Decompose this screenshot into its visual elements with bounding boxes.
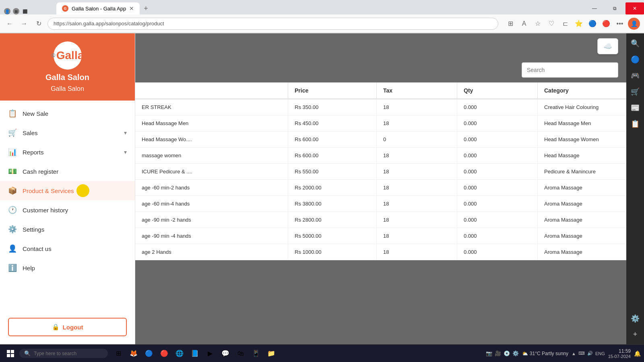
upload-button[interactable]: ☁️ bbox=[597, 38, 618, 54]
language-indicator[interactable]: ENG bbox=[595, 351, 605, 356]
taskview-icon[interactable]: ⊞ bbox=[111, 346, 126, 361]
opera-icon[interactable]: 🔴 bbox=[157, 346, 171, 361]
chrome-icon[interactable]: 🌐 bbox=[172, 346, 187, 361]
notification-icon[interactable]: 🔔 bbox=[634, 350, 641, 357]
logout-button[interactable]: 🔒 Logout bbox=[8, 318, 127, 336]
sidebar-item-customer-history[interactable]: 🕐 Customer history bbox=[0, 200, 135, 220]
tab-close-button[interactable]: ✕ bbox=[129, 5, 134, 12]
cell-price: Rs 5000.00 bbox=[288, 228, 377, 244]
split-screen-icon[interactable]: ⊏ bbox=[559, 18, 571, 29]
video-icon[interactable]: 🎥 bbox=[495, 350, 501, 356]
user-icon[interactable]: 👤 bbox=[4, 8, 10, 14]
svg-rect-3 bbox=[11, 354, 14, 357]
table-row[interactable]: Head Massage Men Rs 450.00 18 0.000 Head… bbox=[135, 115, 626, 132]
firefox-icon[interactable]: 🦊 bbox=[126, 346, 141, 361]
tab-favicon: G bbox=[62, 5, 68, 12]
collections-icon[interactable]: ⭐ bbox=[573, 18, 584, 29]
windows-icon[interactable]: ⬛ bbox=[22, 8, 28, 14]
browser-sidebar-search[interactable]: 🔍 bbox=[628, 37, 642, 50]
table-row[interactable]: age -60 min-4 hands Rs 3800.00 18 0.000 … bbox=[135, 196, 626, 212]
start-button[interactable] bbox=[3, 346, 18, 361]
browser-sidebar-icon4[interactable]: 📰 bbox=[628, 101, 642, 115]
search-input[interactable] bbox=[522, 62, 618, 78]
skype-icon[interactable]: 💬 bbox=[218, 346, 233, 361]
col-header-qty: Qty bbox=[457, 82, 538, 99]
facebook-icon[interactable]: 📘 bbox=[188, 346, 202, 361]
active-indicator-dot bbox=[76, 184, 89, 197]
clock-widget[interactable]: 11:59 15-07-2024 bbox=[608, 348, 631, 359]
cell-category: Aroma Massage bbox=[538, 196, 626, 212]
table-row[interactable]: ICURE Pedicure & .... Rs 550.00 18 0.000… bbox=[135, 164, 626, 180]
sidebar-item-cash-register[interactable]: 💵 Cash register bbox=[0, 162, 135, 181]
taskbar-pinned-icons: ⊞ 🦊 🔵 🔴 🌐 📘 ▶ 💬 🛍 📱 📁 bbox=[111, 346, 279, 361]
sidebar-item-sales[interactable]: 🛒 Sales ▾ bbox=[0, 123, 135, 142]
minimize-button[interactable]: — bbox=[585, 2, 604, 14]
table-row[interactable]: age -90 min -2 hands Rs 2800.00 18 0.000… bbox=[135, 212, 626, 228]
taskbar: 🔍 ⊞ 🦊 🔵 🔴 🌐 📘 ▶ 💬 🛍 📱 📁 📷 🎥 💿 ⚙️ ⛅ 31°C … bbox=[0, 344, 644, 362]
back-button[interactable]: ← bbox=[4, 18, 15, 29]
tray-right: ▲ ⌨ 🔊 ENG bbox=[572, 351, 605, 356]
taskbar-search-input[interactable] bbox=[34, 351, 94, 356]
sidebar-item-product-services[interactable]: 📦 Product & Services bbox=[0, 181, 135, 200]
cell-name: ICURE Pedicure & .... bbox=[135, 164, 288, 179]
browser-sidebar-icon1[interactable]: 🔵 bbox=[628, 53, 642, 66]
cell-name: Head Massage Men bbox=[135, 115, 288, 131]
profile-avatar[interactable]: 👤 bbox=[628, 18, 640, 30]
cell-tax: 18 bbox=[377, 212, 457, 228]
translate-icon[interactable]: A bbox=[518, 18, 530, 29]
table-row[interactable]: age -60 min-2 hands Rs 2000.00 18 0.000 … bbox=[135, 180, 626, 196]
profile-icon[interactable]: 🔵 bbox=[587, 18, 598, 29]
tray-up-arrow[interactable]: ▲ bbox=[572, 351, 576, 356]
sidebar-item-reports[interactable]: 📊 Reports ▾ bbox=[0, 142, 135, 162]
new-tab-button[interactable]: + bbox=[140, 4, 151, 13]
cell-tax: 0 bbox=[377, 132, 457, 147]
cell-price: Rs 550.00 bbox=[288, 164, 377, 179]
files-icon[interactable]: 📁 bbox=[264, 346, 279, 361]
keyboard-icon[interactable]: ⌨ bbox=[578, 351, 585, 356]
settings-tray-icon[interactable]: ⚙️ bbox=[512, 350, 519, 356]
browser-sidebar-settings[interactable]: ⚙️ bbox=[628, 312, 642, 325]
table-row[interactable]: ER STREAK Rs 350.00 18 0.000 Creative Ha… bbox=[135, 99, 626, 115]
favorites-icon[interactable]: ♡ bbox=[546, 18, 557, 29]
media-icon[interactable]: 💿 bbox=[504, 350, 510, 356]
sidebar-header: ① Galla Galla Salon Galla Salon bbox=[0, 33, 135, 101]
settings-icon: ⚙️ bbox=[8, 225, 17, 234]
sidebar-item-new-sale[interactable]: 📋 New Sale bbox=[0, 104, 135, 123]
browser-sidebar-icon3[interactable]: 🛒 bbox=[628, 85, 642, 99]
cell-name: age -90 min -4 hands bbox=[135, 228, 288, 244]
edge-icon[interactable]: 🔵 bbox=[142, 346, 156, 361]
cell-tax: 18 bbox=[377, 99, 457, 115]
close-button[interactable]: ✕ bbox=[625, 2, 644, 14]
cell-price: Rs 600.00 bbox=[288, 148, 377, 163]
grid-icon[interactable]: ⊞ bbox=[505, 18, 516, 29]
sidebar-item-help[interactable]: ℹ️ Help bbox=[0, 258, 135, 278]
cell-price: Rs 3800.00 bbox=[288, 196, 377, 212]
store-icon[interactable]: 🛍 bbox=[233, 346, 248, 361]
youtube-icon[interactable]: ▶ bbox=[203, 346, 217, 361]
forward-button[interactable]: → bbox=[19, 18, 30, 29]
table-row[interactable]: Head Massage Wo.... Rs 600.00 0 0.000 He… bbox=[135, 132, 626, 148]
apps-icon[interactable]: 📱 bbox=[249, 346, 263, 361]
table-row[interactable]: age 2 Hands Rs 1000.00 18 0.000 Aroma Ma… bbox=[135, 244, 626, 260]
maximize-button[interactable]: ⧉ bbox=[605, 2, 624, 14]
more-button[interactable]: ••• bbox=[614, 18, 625, 29]
sidebar-item-settings[interactable]: ⚙️ Settings bbox=[0, 220, 135, 239]
volume-icon[interactable]: 🔊 bbox=[587, 351, 593, 356]
camera-icon[interactable]: 📷 bbox=[486, 350, 492, 356]
table-row[interactable]: age -90 min -4 hands Rs 5000.00 18 0.000… bbox=[135, 228, 626, 244]
active-tab[interactable]: G Galla Salon - Galla App ✕ bbox=[56, 2, 140, 14]
sidebar-item-contact-us[interactable]: 👤 Contact us bbox=[0, 239, 135, 258]
browser-sidebar-plus[interactable]: + bbox=[631, 328, 640, 341]
browser-sidebar-icon2[interactable]: 🎮 bbox=[628, 69, 642, 82]
table-row[interactable]: massage women Rs 600.00 18 0.000 Head Ma… bbox=[135, 148, 626, 164]
logo-text: ① Galla bbox=[51, 49, 84, 62]
weather-widget[interactable]: ⛅ 31°C Partly sunny bbox=[522, 351, 568, 356]
workspaces-icon[interactable]: ⊞ bbox=[13, 8, 19, 14]
extension-icon[interactable]: 🔴 bbox=[601, 18, 612, 29]
svg-rect-2 bbox=[7, 354, 10, 357]
reload-button[interactable]: ↻ bbox=[33, 18, 44, 29]
browser-sidebar-icon5[interactable]: 📋 bbox=[628, 117, 642, 131]
url-bar[interactable]: https://salon.galla.app/salonpos/catalog… bbox=[47, 18, 498, 30]
taskbar-search-bar[interactable]: 🔍 bbox=[19, 349, 108, 358]
star-icon[interactable]: ☆ bbox=[532, 18, 543, 29]
